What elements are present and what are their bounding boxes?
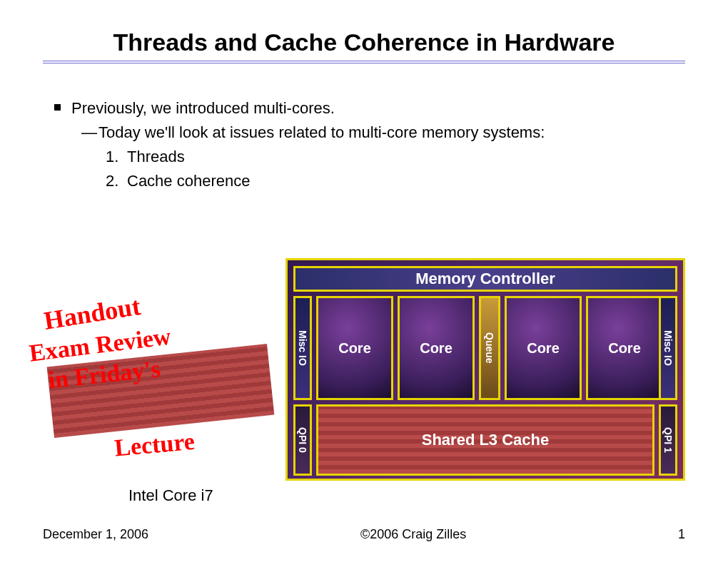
- slide: Threads and Cache Coherence in Hardware …: [0, 0, 728, 562]
- dash-bullet-icon: —: [81, 121, 97, 145]
- die-core-3: Core: [505, 296, 582, 400]
- title-rule: [43, 61, 685, 63]
- die-misc-io-right: Misc IO: [659, 296, 677, 400]
- die-figure: Memory Controller Misc IO Core Core Queu…: [285, 258, 685, 505]
- footer-copyright: ©2006 Craig Zilles: [360, 527, 466, 542]
- number-marker: 2.: [106, 169, 118, 193]
- bullet-text: Previously, we introduced multi-cores.: [71, 99, 335, 117]
- footer-page: 1: [678, 527, 685, 542]
- bullet-text: Today we'll look at issues related to mu…: [98, 123, 545, 141]
- footer-date: December 1, 2006: [43, 527, 148, 542]
- die-core-2: Core: [398, 296, 475, 400]
- die-diagram: Memory Controller Misc IO Core Core Queu…: [285, 258, 685, 481]
- slide-footer: December 1, 2006 ©2006 Craig Zilles 1: [43, 527, 685, 542]
- bullet-level3: 1. Threads: [43, 145, 685, 169]
- bullet-level2: — Today we'll look at issues related to …: [43, 121, 685, 145]
- die-qpi-1: QPI 1: [659, 404, 677, 476]
- die-qpi-0: QPI 0: [293, 404, 312, 476]
- die-memory-controller: Memory Controller: [293, 266, 677, 292]
- number-marker: 1.: [106, 145, 118, 169]
- die-l3-cache: Shared L3 Cache: [316, 404, 654, 476]
- bullet-text: Threads: [127, 148, 185, 165]
- handwritten-annotation: Handout Exam Review in Friday's Lecture: [29, 288, 271, 455]
- bullet-level1: Previously, we introduced multi-cores.: [43, 96, 685, 121]
- body-content: Previously, we introduced multi-cores. —…: [43, 96, 685, 193]
- slide-title: Threads and Cache Coherence in Hardware: [43, 29, 685, 56]
- square-bullet-icon: [54, 104, 61, 111]
- die-misc-io-left: Misc IO: [293, 296, 312, 400]
- bullet-text: Cache coherence: [127, 172, 250, 190]
- die-queue: Queue: [479, 296, 500, 400]
- die-core-4: Core: [586, 296, 663, 400]
- bullet-level3: 2. Cache coherence: [43, 169, 685, 193]
- die-core-1: Core: [316, 296, 393, 400]
- die-caption: Intel Core i7: [128, 486, 685, 505]
